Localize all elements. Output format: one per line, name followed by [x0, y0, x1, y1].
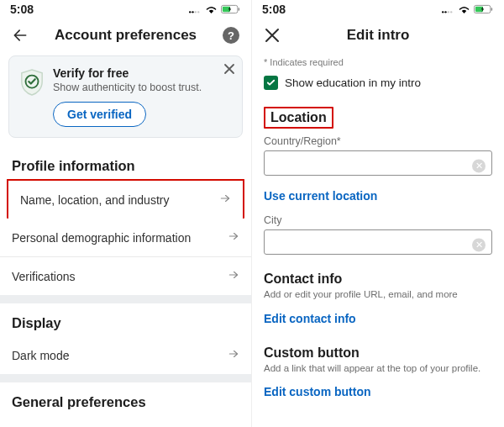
page-title: Edit intro: [289, 27, 467, 44]
svg-point-0: [189, 11, 191, 13]
get-verified-button[interactable]: Get verified: [53, 102, 146, 127]
chevron-right-icon: [228, 269, 239, 283]
svg-point-2: [195, 11, 197, 13]
back-button[interactable]: [10, 25, 30, 45]
verify-card: Verify for free Show authenticity to boo…: [8, 55, 243, 138]
arrow-left-icon: [12, 27, 29, 44]
battery-icon: [221, 4, 241, 14]
verify-title: Verify for free: [53, 66, 232, 80]
section-divider: [0, 374, 251, 382]
status-icons: [441, 4, 494, 14]
status-time: 5:08: [10, 3, 34, 16]
section-divider: [0, 295, 251, 303]
svg-point-11: [450, 11, 452, 13]
svg-rect-14: [491, 8, 493, 11]
page-title: Account preferences: [37, 27, 214, 44]
required-indicator-note: * Indicates required: [252, 52, 504, 69]
edit-custom-button-link[interactable]: Edit custom button: [252, 380, 504, 402]
svg-point-3: [197, 11, 199, 13]
status-time: 5:08: [262, 3, 286, 16]
help-icon: ?: [223, 27, 239, 44]
svg-point-8: [442, 11, 444, 13]
clear-input-button[interactable]: ✕: [472, 238, 486, 251]
show-education-toggle[interactable]: Show education in my intro: [252, 69, 504, 102]
row-label: Personal demographic information: [12, 231, 191, 245]
account-preferences-screen: 5:08 Account preferences ? Verify for fr…: [0, 0, 252, 427]
close-icon: [223, 63, 235, 75]
status-bar: 5:08: [0, 0, 251, 18]
signal-icon: [441, 5, 454, 13]
svg-point-1: [192, 11, 193, 13]
city-input[interactable]: [264, 229, 492, 255]
svg-point-9: [444, 11, 446, 13]
verify-subtitle: Show authenticity to boost trust.: [53, 82, 232, 93]
close-icon: ✕: [475, 240, 483, 250]
edit-intro-screen: 5:08 Edit intro * Indicates required Sho…: [252, 0, 504, 427]
wifi-icon: [458, 5, 470, 14]
section-custom-button-heading: Custom button: [252, 337, 504, 362]
section-profile-information: Profile information: [0, 146, 251, 179]
row-label: Name, location, and industry: [20, 193, 169, 207]
row-label: Dark mode: [12, 349, 69, 362]
edit-contact-info-link[interactable]: Edit contact info: [252, 307, 504, 337]
row-dark-mode[interactable]: Dark mode: [0, 336, 251, 374]
use-current-location-link[interactable]: Use current location: [252, 184, 504, 214]
wifi-icon: [205, 5, 218, 14]
chevron-right-icon: [228, 348, 239, 362]
chevron-right-icon: [228, 230, 239, 245]
contact-info-description: Add or edit your profile URL, email, and…: [252, 288, 504, 307]
dismiss-verify-button[interactable]: [223, 63, 235, 77]
signal-icon: [188, 5, 202, 13]
section-display: Display: [0, 303, 251, 336]
close-button[interactable]: [262, 25, 282, 45]
header: Account preferences ?: [0, 18, 251, 52]
checkbox-label: Show education in my intro: [285, 76, 421, 89]
custom-button-description: Add a link that will appear at the top o…: [252, 362, 504, 381]
header: Edit intro: [252, 18, 504, 52]
svg-point-10: [448, 11, 449, 13]
battery-icon: [474, 4, 494, 14]
help-button[interactable]: ?: [221, 25, 241, 45]
checkbox-checked-icon: [264, 76, 278, 90]
row-verifications[interactable]: Verifications: [0, 257, 251, 295]
chevron-right-icon: [219, 192, 231, 207]
row-personal-demographic[interactable]: Personal demographic information: [0, 219, 251, 257]
close-icon: ✕: [475, 161, 483, 171]
close-icon: [265, 28, 280, 43]
svg-rect-6: [239, 8, 240, 11]
status-bar: 5:08: [252, 0, 504, 18]
section-location-heading: Location: [264, 107, 333, 129]
row-label: Verifications: [12, 270, 75, 283]
country-region-input[interactable]: [264, 150, 492, 176]
country-region-label: Country/Region*: [252, 135, 504, 150]
city-label: City: [252, 214, 504, 229]
status-icons: [188, 4, 241, 14]
section-general-preferences: General preferences: [0, 382, 251, 415]
shield-check-icon: [19, 68, 45, 127]
row-name-location-industry[interactable]: Name, location, and industry: [7, 179, 244, 219]
section-contact-info-heading: Contact info: [252, 263, 504, 288]
clear-input-button[interactable]: ✕: [472, 159, 486, 172]
